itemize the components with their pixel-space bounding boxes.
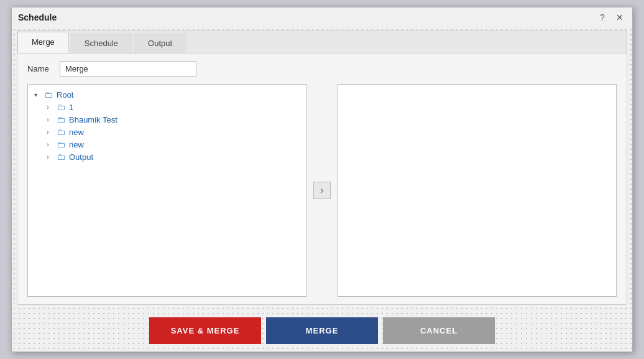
tree-item-bhaumik[interactable]: › 🗀 Bhaumik Test xyxy=(40,113,306,126)
dialog-content: Merge Schedule Output Name ▾ 🗀 Root xyxy=(17,30,627,305)
folder-icon-new2: 🗀 xyxy=(55,140,67,149)
tree-item-new1[interactable]: › 🗀 new xyxy=(40,126,306,138)
merge-button[interactable]: MERGE xyxy=(266,317,378,344)
root-label: Root xyxy=(57,90,73,100)
name-input[interactable] xyxy=(60,61,196,77)
transfer-btn-area: › xyxy=(306,84,338,297)
tab-bar: Merge Schedule Output xyxy=(17,30,627,54)
panels-area: ▾ 🗀 Root › 🗀 1 › 🗀 Bhaumik Test xyxy=(17,82,627,304)
tree-item-1[interactable]: › 🗀 1 xyxy=(40,101,306,113)
bottom-bar: SAVE & MERGE MERGE CANCEL xyxy=(12,310,632,352)
label-bhaumik: Bhaumik Test xyxy=(69,115,117,124)
save-merge-button[interactable]: SAVE & MERGE xyxy=(149,317,261,344)
transfer-right-button[interactable]: › xyxy=(313,182,331,199)
toggle-icon-output: › xyxy=(43,152,53,162)
schedule-dialog: Schedule ? ✕ Merge Schedule Output Name … xyxy=(11,7,633,352)
destination-panel xyxy=(338,84,617,297)
root-toggle-icon: ▾ xyxy=(30,90,40,100)
help-button[interactable]: ? xyxy=(596,11,609,24)
folder-icon-new1: 🗀 xyxy=(55,128,67,136)
toggle-icon-bhaumik: › xyxy=(43,114,53,124)
tab-output[interactable]: Output xyxy=(134,33,186,53)
folder-icon-bhaumik: 🗀 xyxy=(55,115,67,124)
toggle-icon-1: › xyxy=(43,102,53,112)
transfer-right-icon: › xyxy=(320,185,323,196)
toggle-icon-new2: › xyxy=(43,139,53,149)
tab-merge[interactable]: Merge xyxy=(17,32,69,53)
folder-icon-output: 🗀 xyxy=(55,152,67,161)
cancel-button[interactable]: CANCEL xyxy=(383,317,495,344)
dialog-title: Schedule xyxy=(18,12,57,22)
label-output: Output xyxy=(69,152,93,162)
label-1: 1 xyxy=(69,103,73,112)
tree-children: › 🗀 1 › 🗀 Bhaumik Test › 🗀 new xyxy=(28,101,306,163)
close-button[interactable]: ✕ xyxy=(614,11,626,24)
tree-item-new2[interactable]: › 🗀 new xyxy=(40,138,306,151)
label-new1: new xyxy=(69,128,84,137)
tab-schedule[interactable]: Schedule xyxy=(70,33,132,53)
dialog-header: Schedule ? ✕ xyxy=(12,7,632,27)
name-label: Name xyxy=(27,64,52,73)
folder-icon-1: 🗀 xyxy=(55,103,67,111)
root-folder-icon: 🗀 xyxy=(43,90,54,99)
tree-item-output[interactable]: › 🗀 Output xyxy=(40,151,306,163)
form-area: Name xyxy=(17,54,627,82)
dialog-controls: ? ✕ xyxy=(596,11,626,24)
tree-item-root[interactable]: ▾ 🗀 Root xyxy=(28,88,306,101)
source-tree-panel: ▾ 🗀 Root › 🗀 1 › 🗀 Bhaumik Test xyxy=(27,84,306,297)
toggle-icon-new1: › xyxy=(43,127,53,137)
label-new2: new xyxy=(69,140,84,149)
